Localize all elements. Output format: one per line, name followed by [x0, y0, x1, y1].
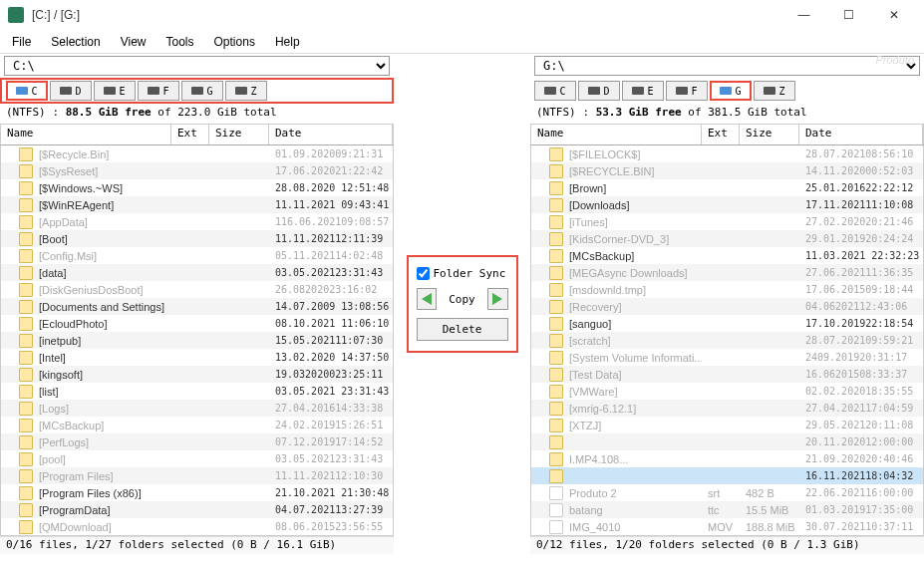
drive-button-c[interactable]: C — [534, 81, 576, 101]
drive-button-f[interactable]: F — [666, 81, 708, 101]
col-size[interactable]: Size — [740, 125, 799, 144]
list-item[interactable]: [Intel]13.02.2020 14:37:50 — [1, 349, 393, 366]
list-item[interactable]: [Brown]25.01.201622:22:12 — [531, 179, 923, 196]
item-date: 11.11.202112:10:30 — [269, 470, 393, 481]
menu-selection[interactable]: Selection — [43, 33, 108, 51]
list-item[interactable]: Produto 2srt482 B22.06.202116:00:00 — [531, 484, 923, 501]
copy-left-button[interactable] — [417, 288, 438, 310]
list-item[interactable]: [Recovery]04.06202112:43:06 — [531, 298, 923, 315]
col-ext[interactable]: Ext — [171, 125, 209, 144]
delete-button[interactable]: Delete — [417, 318, 508, 341]
list-item[interactable]: [Program Files (x86)]21.10.2021 21:30:48 — [1, 484, 393, 501]
col-date[interactable]: Date — [269, 125, 393, 144]
right-list-body[interactable]: [$FILELOCK$]28.07.202108:56:10[$RECYCLE.… — [530, 145, 924, 536]
drive-button-f[interactable]: F — [138, 81, 179, 101]
list-item[interactable]: [XTZJ]29.05.202120:11:08 — [531, 417, 923, 433]
list-item[interactable]: [msdownld.tmp]17.06.201509:18:44 — [531, 281, 923, 298]
folder-sync-checkbox[interactable]: Folder Sync — [417, 267, 508, 280]
close-button[interactable]: ✕ — [871, 0, 916, 30]
list-item[interactable]: [pool]03.05.202123:31:43 — [1, 450, 393, 467]
list-item[interactable]: [Logs]27.04.201614:33:38 — [1, 400, 393, 417]
list-item[interactable]: [QMDownload]08.06.201523:56:55 — [1, 518, 393, 535]
item-name: [Logs] — [39, 403, 69, 415]
list-item[interactable]: I.MP4.108...21.09.202020:40:46 — [531, 450, 923, 467]
col-date[interactable]: Date — [799, 125, 923, 144]
copy-right-button[interactable] — [487, 288, 508, 310]
list-item[interactable]: [kingsoft]19.032020023:25:11 — [1, 366, 393, 383]
list-item[interactable]: [Documents and Settings]14.07.2009 13:08… — [1, 298, 393, 315]
folder-icon — [549, 419, 563, 432]
right-path-input[interactable]: G:\ — [534, 56, 920, 76]
drive-button-g[interactable]: G — [181, 81, 223, 101]
list-item[interactable]: [inetpub]15.05.202111:07:30 — [1, 332, 393, 349]
list-item[interactable]: [iTunes]27.02.202020:21:46 — [531, 213, 923, 230]
col-ext[interactable]: Ext — [702, 125, 740, 144]
item-size: 15.5 MiB — [740, 504, 799, 516]
item-date: 2409.201920:31:17 — [799, 352, 923, 363]
list-item[interactable]: [ProgramData]04.07.202113:27:39 — [1, 501, 393, 518]
list-item[interactable]: IMG_4010MOV188.8 MiB30.07.202110:37:11 — [531, 518, 923, 535]
list-item[interactable]: [EcloudPhoto]08.10.2021 11:06:10 — [1, 315, 393, 332]
list-item[interactable]: [Test Data]16.06201508:33:37 — [531, 366, 923, 383]
col-name[interactable]: Name — [1, 125, 171, 144]
list-item[interactable]: [data]03.05.202123:31:43 — [1, 264, 393, 281]
list-item[interactable]: [$WinREAgent]11.11.2021 09:43:41 — [1, 196, 393, 213]
left-path-input[interactable]: C:\ — [4, 56, 390, 76]
drive-button-e[interactable]: E — [622, 81, 664, 101]
list-item[interactable]: [Boot]11.11.202112:11:39 — [1, 230, 393, 247]
drive-button-c[interactable]: C — [6, 81, 48, 101]
list-item[interactable]: [KidsCorner-DVD_3]29.01.201920:24:24 — [531, 230, 923, 247]
list-item[interactable]: [$FILELOCK$]28.07.202108:56:10 — [531, 145, 923, 162]
sync-box: Folder Sync Copy Delete — [407, 255, 518, 353]
list-item[interactable]: [MCsBackup]11.03.2021 22:32:23 — [531, 247, 923, 264]
menu-file[interactable]: File — [4, 33, 39, 51]
list-item[interactable]: [PerfLogs]07.12.201917:14:52 — [1, 433, 393, 450]
list-item[interactable]: [list]03.05.2021 23:31:43 — [1, 383, 393, 400]
list-item[interactable]: [Downloads]17.11.202111:10:08 — [531, 196, 923, 213]
menu-help[interactable]: Help — [267, 33, 308, 51]
drive-button-d[interactable]: D — [578, 81, 620, 101]
item-name: [AppData] — [39, 216, 88, 228]
menu-options[interactable]: Options — [206, 33, 263, 51]
list-item[interactable]: [$RECYCLE.BIN]14.11.202000:52:03 — [531, 162, 923, 179]
list-item[interactable]: [AppData]116.06.202109:08:57 — [1, 213, 393, 230]
item-name: batang — [569, 504, 603, 516]
folder-icon — [549, 215, 563, 229]
folder-icon — [19, 351, 33, 365]
list-item[interactable]: [$SysReset]17.06.202021:22:42 — [1, 162, 393, 179]
menu-tools[interactable]: Tools — [158, 33, 202, 51]
list-item[interactable]: [sanguo]17.10.201922:18:54 — [531, 315, 923, 332]
folder-sync-input[interactable] — [417, 267, 430, 280]
list-item[interactable]: [Program Files]11.11.202112:10:30 — [1, 467, 393, 484]
list-item[interactable]: [MEGAsync Downloads]27.06.202111:36:35 — [531, 264, 923, 281]
item-name: [inetpub] — [39, 335, 81, 347]
maximize-button[interactable]: ☐ — [826, 0, 871, 30]
col-size[interactable]: Size — [209, 125, 269, 144]
item-name: [DiskGeniusDosBoot] — [39, 284, 144, 296]
drive-button-d[interactable]: D — [50, 81, 92, 101]
list-item[interactable]: [Config.Msi]05.11.202114:02:48 — [1, 247, 393, 264]
list-item[interactable]: [$Recycle.Bin]01.09.202009:21:31 — [1, 145, 393, 162]
list-item[interactable]: 20.11.202012:00:00 — [531, 433, 923, 450]
item-name: [Boot] — [39, 233, 68, 245]
list-item[interactable]: [$Windows.~WS]28.08.2020 12:51:48 — [1, 179, 393, 196]
drive-button-g[interactable]: G — [710, 81, 752, 101]
item-date: 27.06.202111:36:35 — [799, 267, 923, 278]
list-item[interactable]: [System Volume Informati...2409.201920:3… — [531, 349, 923, 366]
list-item[interactable]: [DiskGeniusDosBoot]26.08202023:16:02 — [1, 281, 393, 298]
list-item[interactable]: [scratch]28.07.202109:59:21 — [531, 332, 923, 349]
drive-icon — [588, 87, 600, 95]
list-item[interactable]: [MCsBackup]24.02.201915:26:51 — [1, 417, 393, 433]
list-item[interactable]: [xmrig-6.12.1]27.04.202117:04:59 — [531, 400, 923, 417]
drive-button-e[interactable]: E — [94, 81, 136, 101]
drive-button-z[interactable]: Z — [225, 81, 267, 101]
item-name: [Intel] — [39, 352, 66, 364]
list-item[interactable]: 16.11.202118:04:32 — [531, 467, 923, 484]
col-name[interactable]: Name — [531, 125, 702, 144]
drive-button-z[interactable]: Z — [754, 81, 795, 101]
menu-view[interactable]: View — [113, 33, 154, 51]
minimize-button[interactable]: — — [781, 0, 826, 30]
list-item[interactable]: [VMWare]02.02.202018:35:55 — [531, 383, 923, 400]
list-item[interactable]: batangttc15.5 MiB01.03.201917:35:00 — [531, 501, 923, 518]
left-list-body[interactable]: [$Recycle.Bin]01.09.202009:21:31[$SysRes… — [0, 145, 394, 536]
